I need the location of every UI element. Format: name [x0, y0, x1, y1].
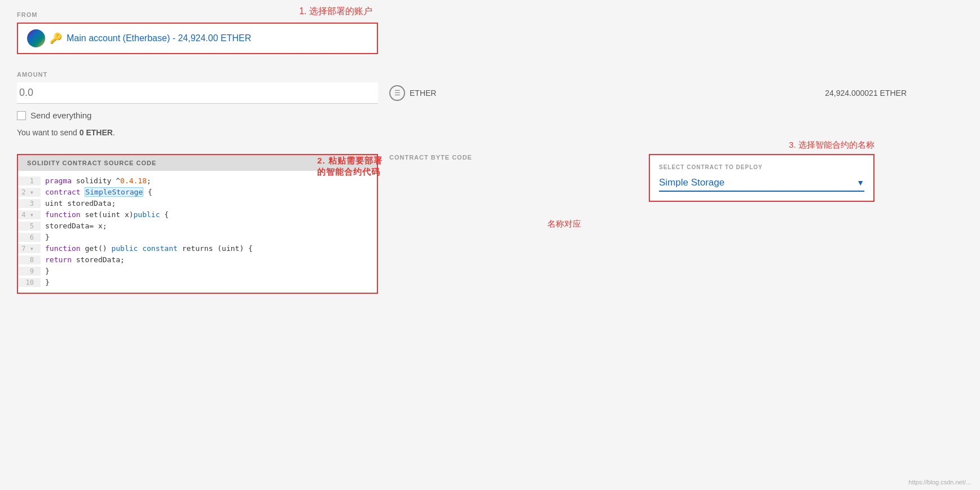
arrow-label: 名称对应	[547, 219, 581, 229]
send-everything-checkbox[interactable]	[17, 111, 26, 120]
arrow-area: 名称对应	[547, 154, 615, 294]
select-contract-label: SELECT CONTRACT TO DEPLOY	[659, 164, 864, 170]
account-avatar-icon	[27, 29, 45, 47]
currency-label: ETHER	[410, 89, 436, 98]
code-line: 6 }	[18, 232, 377, 243]
contract-select-row[interactable]: Simple Storage ▼	[659, 177, 864, 192]
code-line: 8 return storedData;	[18, 254, 377, 266]
annotation-2: 2. 粘贴需要部署 的智能合约代码	[317, 155, 383, 177]
solidity-header: SOLIDITY CONTRACT SOURCE CODE 2. 粘贴需要部署 …	[18, 155, 377, 171]
code-line: 4 ▾ function set(uint x)public {	[18, 209, 377, 220]
send-everything-row: Send everything	[17, 111, 963, 120]
ether-balance: 24,924.000021 ETHER	[825, 89, 907, 98]
select-contract-box[interactable]: SELECT CONTRACT TO DEPLOY Simple Storage…	[649, 154, 874, 202]
annotation-1: 1. 选择部署的账户	[299, 6, 372, 17]
from-label: FROM	[17, 11, 963, 18]
contract-name: Simple Storage	[659, 177, 856, 188]
key-icon: 🔑	[50, 32, 62, 45]
from-box: 🔑 Main account (Etherbase) - 24,924.00 E…	[17, 23, 378, 54]
send-everything-label: Send everything	[30, 111, 91, 120]
annotation-3: 3. 选择智能合约的名称	[789, 140, 874, 151]
url-bar: https://blog.csdn.net/...	[908, 479, 971, 485]
code-line: 10 }	[18, 277, 377, 288]
solidity-header-text: SOLIDITY CONTRACT SOURCE CODE	[27, 160, 156, 166]
code-line: 3 uint storedData;	[18, 198, 377, 209]
amount-input-wrapper[interactable]	[17, 82, 378, 104]
ether-icon: ☰	[389, 85, 405, 101]
code-line: 5 storedData= x;	[18, 220, 377, 232]
code-line: 2 ▾ contract SimpleStorage {	[18, 187, 377, 198]
ether-selector[interactable]: ☰ ETHER	[389, 85, 436, 101]
solidity-box: SOLIDITY CONTRACT SOURCE CODE 2. 粘贴需要部署 …	[17, 154, 378, 294]
code-line: 7 ▾ function get() public constant retur…	[18, 243, 377, 254]
bytecode-box: CONTRACT BYTE CODE	[389, 154, 536, 294]
amount-section: AMOUNT ☰ ETHER 24,924.000021 ETHER Send …	[17, 71, 963, 137]
from-account[interactable]: 🔑 Main account (Etherbase) - 24,924.00 E…	[27, 29, 251, 47]
code-line: 9 }	[18, 266, 377, 277]
send-summary: You want to send 0 ETHER.	[17, 128, 963, 137]
amount-input[interactable]	[17, 82, 378, 103]
code-area[interactable]: 1 pragma solidity ^0.4.18; 2 ▾ contract …	[18, 171, 377, 293]
bottom-section: SOLIDITY CONTRACT SOURCE CODE 2. 粘贴需要部署 …	[17, 154, 963, 294]
account-name: Main account (Etherbase) - 24,924.00 ETH…	[67, 33, 251, 43]
bytecode-header: CONTRACT BYTE CODE	[389, 154, 536, 161]
code-line: 1 pragma solidity ^0.4.18;	[18, 175, 377, 187]
amount-row: ☰ ETHER 24,924.000021 ETHER	[17, 82, 963, 104]
amount-label: AMOUNT	[17, 71, 963, 78]
dropdown-arrow-icon[interactable]: ▼	[856, 178, 864, 187]
